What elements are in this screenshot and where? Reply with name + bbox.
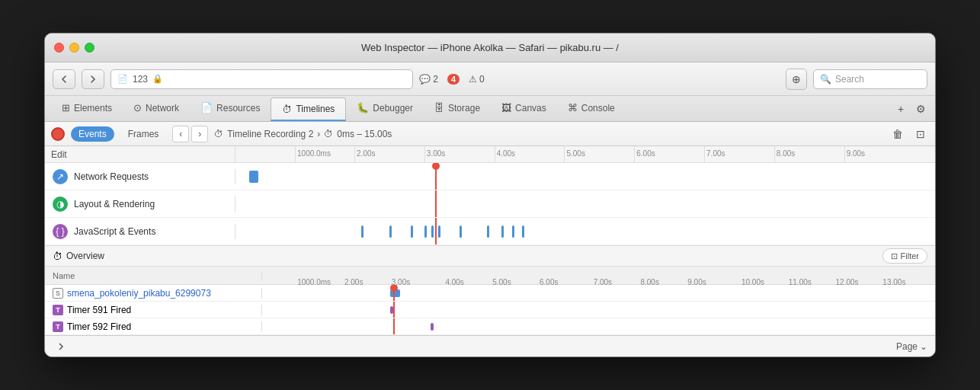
ruler-ticks: 1000.0ms2.00s3.00s4.00s5.00s6.00s7.00s8.…	[235, 146, 935, 162]
forward-button[interactable]	[82, 69, 104, 89]
timeline-row-javascript-&-events[interactable]: { }JavaScript & Events	[45, 218, 935, 245]
timeline-next[interactable]: ›	[191, 126, 208, 142]
timeline-row-network-requests[interactable]: ↗Network Requests	[45, 163, 935, 190]
resources-icon: 📄	[200, 102, 213, 113]
storage-icon: 🗄	[434, 102, 444, 113]
filter-button[interactable]: ⊡ Filter	[882, 248, 927, 264]
row-label-text: JavaScript & Events	[74, 226, 155, 237]
tab-actions: + ⚙	[892, 96, 929, 121]
layout-row-icon: ◑	[53, 197, 68, 212]
timeline-toolbar: Events Frames ‹ › ⏱ Timeline Recording 2…	[45, 122, 935, 146]
table-row[interactable]: TTimer 591 Fired	[45, 302, 935, 318]
table-row[interactable]: TTimer 592 Fired	[45, 318, 935, 335]
close-button[interactable]	[54, 43, 64, 53]
page-icon: 📄	[117, 74, 128, 84]
lock-icon: 🔒	[152, 74, 163, 84]
cursor-line	[435, 218, 437, 245]
tab-elements[interactable]: ⊞ Elements	[51, 96, 123, 121]
row-label[interactable]: { }JavaScript & Events	[45, 224, 235, 239]
cell-timeline	[262, 285, 935, 301]
minimize-button[interactable]	[69, 43, 79, 53]
canvas-icon: 🖼	[501, 102, 511, 113]
error-count: 4	[447, 74, 460, 85]
overview-divider: ⏱ Overview ⊡ Filter	[45, 245, 935, 267]
ruler-tick-label: 9.00s	[844, 149, 865, 158]
globe-button[interactable]: ⊕	[786, 69, 807, 90]
cell-name: TTimer 592 Fired	[45, 321, 262, 332]
record-button[interactable]	[51, 127, 65, 141]
row-name: Timer 591 Fired	[67, 305, 131, 315]
search-bar[interactable]: 🔍 Search	[813, 69, 927, 89]
timeline-ruler: Edit 1000.0ms2.00s3.00s4.00s5.00s6.00s7.…	[45, 146, 935, 163]
message-icon: 💬	[419, 74, 431, 85]
tab-canvas[interactable]: 🖼 Canvas	[491, 96, 557, 121]
tab-elements-label: Elements	[74, 103, 112, 113]
recording-info: ⏱ Timeline Recording 2 › ⏱ 0ms – 15.00s	[214, 129, 392, 139]
url-bar[interactable]: 📄 123 🔒	[110, 69, 413, 89]
row-name[interactable]: smena_pokoleniy_pikabu_6299073	[67, 288, 211, 299]
timeline-mark	[512, 225, 514, 238]
expand-button[interactable]	[53, 338, 69, 355]
tab-debugger-label: Debugger	[373, 103, 413, 113]
recording-icon: ⏱	[214, 129, 223, 139]
time-range: 0ms – 15.00s	[337, 129, 392, 139]
timeline-mark	[438, 225, 440, 238]
delete-recording-button[interactable]: 🗑	[889, 126, 906, 142]
titlebar: Web Inspector — iPhone Akolka — Safari —…	[45, 34, 935, 62]
table-row[interactable]: Ssmena_pokoleniy_pikabu_6299073	[45, 285, 935, 302]
timeline-mark	[389, 225, 392, 238]
frames-pill[interactable]: Frames	[120, 126, 167, 142]
network-row-icon: ↗	[53, 169, 68, 184]
chevron-icon: ›	[317, 129, 320, 139]
filter-label: Filter	[901, 251, 919, 261]
timeline-mark	[501, 225, 504, 238]
ruler-tick-label: 8.00s	[774, 149, 795, 158]
timeline-prev[interactable]: ‹	[172, 126, 189, 142]
timeline-mark	[249, 171, 258, 183]
tab-resources-label: Resources	[216, 103, 260, 113]
tab-timelines[interactable]: ⏱ Timelines	[271, 98, 346, 121]
browser-toolbar: 📄 123 🔒 💬 2 4 ⚠ 0 ⊕ 🔍 Search	[45, 62, 935, 96]
script-icon: S	[53, 288, 63, 299]
tab-resources[interactable]: 📄 Resources	[190, 96, 271, 121]
tab-console-label: Console	[581, 103, 615, 113]
tab-network[interactable]: ⊙ Network	[123, 96, 190, 121]
back-button[interactable]	[53, 69, 75, 89]
settings-button[interactable]: ⚙	[912, 101, 929, 117]
js-row-icon: { }	[53, 224, 68, 239]
tab-console[interactable]: ⌘ Console	[557, 96, 626, 121]
col-name-header: Name	[45, 271, 262, 280]
row-content	[235, 218, 935, 245]
page-label: Page	[896, 341, 918, 352]
timeline-row-layout-&-rendering[interactable]: ◑Layout & Rendering	[45, 190, 935, 218]
cell-timeline	[262, 318, 935, 334]
row-label[interactable]: ◑Layout & Rendering	[45, 197, 235, 212]
timeline-mark	[522, 225, 524, 238]
tab-debugger[interactable]: 🐛 Debugger	[346, 96, 424, 121]
tab-canvas-label: Canvas	[515, 103, 546, 113]
row-content	[235, 190, 935, 217]
row-label-text: Layout & Rendering	[74, 199, 155, 209]
timeline-mark	[460, 225, 462, 238]
tab-storage-label: Storage	[448, 103, 480, 113]
maximize-button[interactable]	[85, 43, 94, 53]
table-header: Name 1000.0ms2.00s3.00s4.00s5.00s6.00s7.…	[45, 267, 935, 285]
row-content	[235, 163, 935, 190]
search-placeholder: Search	[835, 74, 864, 85]
overview-clock-icon: ⏱	[53, 251, 62, 262]
ruler-tick-label: 7.00s	[704, 149, 725, 158]
timer-icon: T	[53, 305, 63, 315]
ruler-tick-label: 4.00s	[495, 149, 515, 158]
split-view-button[interactable]: ⊡	[912, 126, 929, 142]
ruler-label: Edit	[45, 146, 235, 162]
url-counts: 💬 2 4 ⚠ 0	[419, 74, 485, 85]
add-tab-button[interactable]: +	[892, 101, 909, 117]
tab-storage[interactable]: 🗄 Storage	[424, 96, 491, 121]
cursor-line	[435, 163, 437, 190]
timer-icon: T	[53, 321, 63, 332]
row-label[interactable]: ↗Network Requests	[45, 169, 235, 184]
table-cursor-line	[393, 285, 395, 301]
events-pill[interactable]: Events	[71, 126, 114, 142]
timeline-mark	[424, 225, 427, 238]
window-title: Web Inspector — iPhone Akolka — Safari —…	[361, 42, 619, 53]
